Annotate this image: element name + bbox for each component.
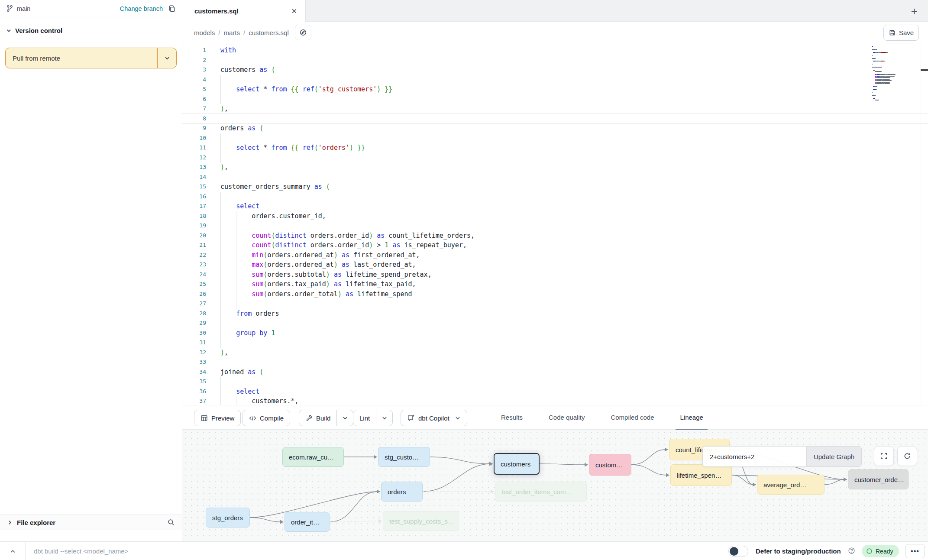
code-line-14[interactable]: 14 — [182, 172, 928, 182]
code-line-1[interactable]: 1with — [182, 45, 928, 55]
dbt-copilot-button[interactable]: dbt Copilot — [401, 410, 467, 426]
lineage-edge — [423, 464, 490, 492]
defer-toggle[interactable] — [728, 546, 748, 557]
code-line-22[interactable]: 22 min(orders.ordered_at) as first_order… — [182, 250, 928, 260]
scrollbar-thumb[interactable] — [921, 69, 928, 71]
save-button[interactable]: Save — [883, 25, 919, 41]
line-number: 36 — [182, 387, 206, 397]
code-line-6[interactable]: 6 — [182, 94, 928, 104]
tab-lineage[interactable]: Lineage — [676, 405, 707, 430]
line-number: 30 — [182, 328, 206, 338]
lineage-node-order_items[interactable]: order_it… — [285, 512, 330, 532]
code-line-36[interactable]: 36 select — [182, 387, 928, 397]
fullscreen-button[interactable] — [874, 446, 894, 466]
lint-options-chevron[interactable] — [376, 410, 392, 426]
close-icon[interactable] — [291, 8, 297, 14]
tab-results[interactable]: Results — [497, 405, 527, 430]
code-line-20[interactable]: 20 count(distinct orders.order_id) as co… — [182, 231, 928, 241]
code-line-17[interactable]: 17 select — [182, 201, 928, 211]
copy-icon[interactable] — [168, 5, 176, 13]
code-line-29[interactable]: 29 — [182, 318, 928, 328]
lineage-node-stg_customers[interactable]: stg_custo… — [378, 447, 430, 467]
code-line-2[interactable]: 2 — [182, 55, 928, 65]
lineage-node-customers[interactable]: customers — [494, 453, 540, 475]
code-line-12[interactable]: 12 — [182, 153, 928, 163]
code-text: orders.customer_id, — [220, 211, 326, 221]
change-branch-link[interactable]: Change branch — [120, 5, 163, 12]
code-text: select * from {{ ref('orders') }} — [220, 143, 365, 153]
code-line-15[interactable]: 15customer_orders_summary as ( — [182, 182, 928, 192]
code-line-9[interactable]: 9orders as ( — [182, 123, 928, 133]
build-options-chevron[interactable] — [336, 410, 353, 426]
code-line-27[interactable]: 27 — [182, 299, 928, 309]
line-number: 2 — [182, 55, 206, 65]
code-line-13[interactable]: 13), — [182, 162, 928, 172]
code-line-33[interactable]: 33 — [182, 357, 928, 367]
breadcrumb-models[interactable]: models — [194, 29, 215, 36]
code-line-21[interactable]: 21 count(distinct orders.order_id) > 1 a… — [182, 240, 928, 250]
code-line-23[interactable]: 23 max(orders.ordered_at) as last_ordere… — [182, 260, 928, 270]
code-line-4[interactable]: 4 — [182, 75, 928, 85]
help-icon[interactable] — [848, 547, 855, 556]
code-line-31[interactable]: 31 — [182, 338, 928, 348]
lineage-node-orders[interactable]: orders — [381, 482, 423, 502]
breadcrumb-marts[interactable]: marts — [224, 29, 240, 36]
lineage-node-ecom_raw[interactable]: ecom.raw_cu… — [282, 447, 344, 467]
code-line-3[interactable]: 3customers as ( — [182, 65, 928, 75]
search-icon[interactable] — [167, 518, 175, 526]
refresh-icon — [903, 452, 911, 460]
code-line-34[interactable]: 34joined as ( — [182, 367, 928, 377]
pull-options-chevron[interactable] — [157, 48, 176, 68]
code-line-5[interactable]: 5 select * from {{ ref('stg_customers') … — [182, 84, 928, 94]
code-line-8[interactable]: 8 — [182, 114, 928, 124]
lineage-node-average_order[interactable]: average_ord… — [757, 475, 825, 495]
chevron-up-icon[interactable] — [6, 545, 19, 557]
version-control-header[interactable]: Version control — [0, 23, 182, 37]
editor-scrollbar[interactable] — [921, 43, 928, 405]
code-text: sum(orders.tax_paid) as lifetime_tax_pai… — [220, 279, 416, 289]
code-line-37[interactable]: 37 customers.*, — [182, 396, 928, 405]
lint-button[interactable]: Lint — [353, 410, 393, 426]
git-branch-icon — [6, 5, 13, 12]
tab-code-quality[interactable]: Code quality — [544, 405, 589, 430]
lineage-node-test_order_items[interactable]: test_order_items_com… — [495, 482, 587, 502]
line-number: 12 — [182, 153, 206, 163]
new-tab-button[interactable] — [908, 5, 920, 17]
code-line-26[interactable]: 26 sum(orders.order_total) as lifetime_s… — [182, 289, 928, 299]
update-graph-button[interactable]: Update Graph — [806, 446, 862, 467]
code-line-11[interactable]: 11 select * from {{ ref('orders') }} — [182, 143, 928, 153]
minimap[interactable] — [872, 46, 910, 101]
command-input[interactable]: dbt build --select <model_name> — [34, 542, 128, 560]
lineage-node-customer_orders[interactable]: customer_orde… — [848, 469, 909, 489]
preview-button[interactable]: Preview — [194, 410, 241, 426]
status-ready-badge[interactable]: Ready — [862, 545, 899, 557]
lineage-node-test_supply[interactable]: test_supply_costs_s… — [383, 511, 459, 531]
code-line-25[interactable]: 25 sum(orders.tax_paid) as lifetime_tax_… — [182, 279, 928, 289]
pull-from-remote-button[interactable]: Pull from remote — [5, 48, 177, 68]
copilot-chevron-icon — [455, 415, 461, 421]
file-explorer-header[interactable]: File explorer — [0, 515, 182, 530]
code-editor[interactable]: 1with23customers as (45 select * from {{… — [182, 43, 928, 405]
lineage-node-stg_orders[interactable]: stg_orders — [206, 508, 250, 528]
copilot-compass-icon[interactable] — [295, 25, 311, 40]
build-button[interactable]: Build — [299, 410, 353, 426]
refresh-button[interactable] — [897, 446, 917, 466]
code-line-30[interactable]: 30 group by 1 — [182, 328, 928, 338]
tab-customers-sql[interactable]: customers.sql — [182, 0, 306, 22]
code-line-18[interactable]: 18 orders.customer_id, — [182, 211, 928, 221]
code-line-16[interactable]: 16 — [182, 192, 928, 202]
code-line-7[interactable]: 7), — [182, 104, 928, 114]
compile-button[interactable]: Compile — [243, 410, 290, 426]
lineage-node-lifetime_spend[interactable]: lifetime_spen… — [670, 464, 732, 486]
code-line-24[interactable]: 24 sum(orders.subtotal) as lifetime_spen… — [182, 270, 928, 280]
lineage-search-input[interactable]: 2+customers+2 — [702, 446, 806, 467]
more-options-button[interactable]: ••• — [905, 544, 925, 558]
lineage-panel[interactable]: ecom.raw_cu…stg_custo…ordersstg_ordersor… — [182, 430, 928, 541]
code-line-35[interactable]: 35 — [182, 377, 928, 387]
code-line-28[interactable]: 28 from orders — [182, 309, 928, 319]
tab-compiled-code[interactable]: Compiled code — [606, 405, 658, 430]
code-line-19[interactable]: 19 — [182, 221, 928, 231]
lineage-node-customer_sem[interactable]: custom… — [589, 454, 631, 476]
code-line-32[interactable]: 32), — [182, 348, 928, 358]
code-line-10[interactable]: 10 — [182, 133, 928, 143]
